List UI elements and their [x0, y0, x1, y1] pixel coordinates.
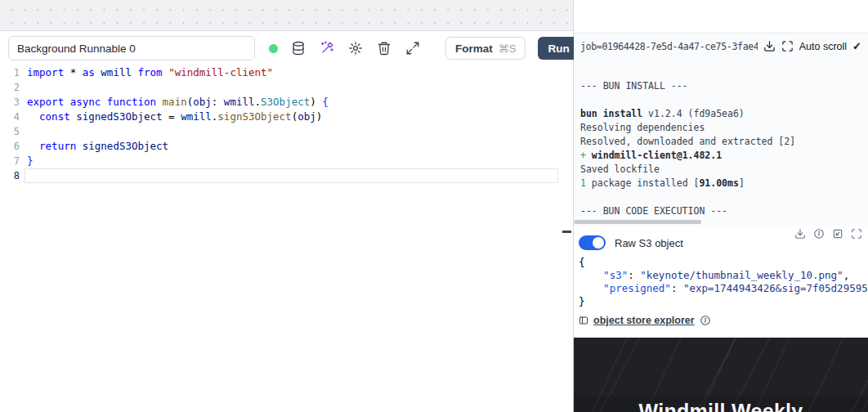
download-result-icon[interactable]	[794, 228, 806, 240]
code-line	[27, 80, 560, 95]
code-line: const signedS3Object = wmill.signS3Objec…	[27, 110, 560, 124]
info-icon[interactable]	[813, 228, 825, 240]
database-icon[interactable]	[290, 40, 306, 56]
line-number: 5	[0, 124, 20, 139]
explorer-info-icon[interactable]	[700, 315, 711, 326]
runnable-name-input[interactable]	[8, 36, 255, 60]
maximize-result-icon[interactable]	[851, 228, 862, 240]
editor-overview-cursor-mark	[562, 231, 571, 233]
code-line: return signedS3Object	[27, 139, 560, 154]
json-lines: { "s3": "keynote/thumbnail_weekly_10.png…	[579, 256, 868, 308]
result-panel: Raw S3 object { "s3": "keynote/thumbnail…	[574, 226, 868, 412]
job-log-panel: job=01964428-7e5d-4a47-ce75-3fae4 Auto s…	[574, 33, 868, 226]
json-line: {	[579, 256, 868, 269]
line-number: 4	[0, 110, 20, 124]
code-editor[interactable]: 12345678 import * as wmill from "windmil…	[0, 65, 573, 412]
object-store-explorer-link[interactable]: object store explorer	[593, 315, 695, 326]
code-line: export async function main(obj: wmill.S3…	[27, 95, 560, 110]
app-canvas-grid[interactable]	[0, 0, 573, 31]
line-number: 3	[0, 95, 20, 110]
format-shortcut: ⌘S	[499, 43, 517, 55]
script-toolbar: Format ⌘S Run ⌘↵	[0, 32, 573, 65]
log-lines: --- BUN INSTALL --- bun install v1.2.4 (…	[580, 79, 868, 218]
result-actions	[794, 228, 862, 240]
log-line: Resolving dependencies	[580, 121, 868, 135]
log-line: Resolved, downloaded and extracted [2]	[580, 135, 868, 149]
code-line	[27, 124, 560, 139]
expand-icon[interactable]	[405, 40, 421, 56]
line-number: 7	[0, 154, 20, 168]
code-line	[27, 168, 560, 183]
code-line: }	[27, 154, 560, 168]
raw-s3-toggle-row: Raw S3 object	[579, 235, 683, 250]
log-line: bun install v1.2.4 (fd9a5ea6)	[580, 107, 868, 121]
log-line	[580, 93, 868, 107]
ai-wand-icon[interactable]	[319, 40, 335, 56]
preview-title: Windmill Weekly	[574, 400, 868, 412]
editor-gutter: 12345678	[0, 65, 20, 183]
expand-logs-icon[interactable]	[781, 40, 794, 52]
log-horizontal-scrollbar[interactable]	[574, 220, 701, 224]
format-label: Format	[455, 43, 493, 55]
format-button[interactable]: Format ⌘S	[445, 37, 526, 60]
json-line: "presigned": "exp=1744943426&sig=7f05d29…	[579, 282, 868, 295]
log-line: --- BUN INSTALL ---	[580, 79, 868, 93]
job-id-label: job=01964428-7e5d-4a47-ce75-3fae4	[580, 41, 758, 52]
job-header-row: job=01964428-7e5d-4a47-ce75-3fae4 Auto s…	[574, 34, 868, 52]
run-label: Run	[548, 43, 569, 55]
auto-scroll-label: Auto scroll	[799, 41, 847, 52]
code-line: import * as wmill from "windmill-client"	[27, 65, 560, 80]
trash-icon[interactable]	[376, 40, 392, 56]
s3-image-preview: Windmill Weekly	[574, 338, 868, 412]
log-line: Saved lockfile	[580, 163, 868, 177]
log-line: + windmill-client@1.482.1	[580, 149, 868, 163]
code-lines[interactable]: import * as wmill from "windmill-client"…	[27, 65, 560, 183]
json-line: }	[579, 295, 868, 308]
line-number: 8	[0, 168, 20, 183]
download-logs-icon[interactable]	[763, 40, 776, 52]
side-panel-icon	[579, 316, 588, 325]
log-line: --- BUN CODE EXECUTION ---	[580, 204, 868, 218]
raw-s3-toggle-label: Raw S3 object	[615, 237, 683, 249]
auto-scroll-checkbox[interactable]: ✓	[852, 40, 861, 52]
open-in-drawer-icon[interactable]	[832, 228, 843, 240]
json-line: "s3": "keynote/thumbnail_weekly_10.png",	[579, 269, 868, 282]
line-number: 2	[0, 80, 20, 95]
settings-gear-icon[interactable]	[347, 40, 364, 56]
object-store-explorer-row: object store explorer	[579, 315, 711, 326]
saved-status-dot	[269, 44, 278, 53]
log-line: 1 package installed [91.00ms]	[580, 177, 868, 190]
toggle-knob	[593, 237, 604, 249]
line-number: 1	[0, 65, 20, 80]
log-line	[580, 190, 868, 204]
line-number: 6	[0, 139, 20, 154]
raw-s3-toggle[interactable]	[579, 235, 606, 250]
